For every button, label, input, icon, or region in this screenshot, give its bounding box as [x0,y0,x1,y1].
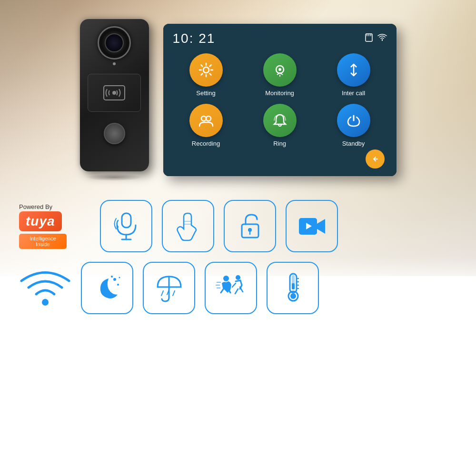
screen-time: 10: 21 [173,31,216,46]
wifi-large-icon [19,267,71,309]
standby-label: Standby [342,140,365,147]
svg-point-6 [203,67,209,73]
svg-rect-13 [122,213,131,228]
feature-temperature [267,262,319,314]
svg-point-26 [117,284,119,286]
motion-icon [214,273,248,304]
svg-point-11 [201,116,206,121]
svg-point-25 [113,278,116,281]
feature-microphone [100,200,152,252]
menu-ring[interactable]: Ring [247,104,313,147]
camera-lens-inner [105,33,124,52]
recording-button[interactable] [189,104,223,137]
svg-point-46 [290,293,296,299]
svg-marker-22 [317,219,325,234]
intercall-button[interactable] [337,53,370,87]
svg-line-31 [173,291,175,296]
svg-point-8 [278,68,281,71]
unlock-icon [237,211,263,242]
feature-wifi [19,262,71,314]
menu-recording[interactable]: Recording [173,104,239,147]
tuya-logo: tuya [19,211,62,231]
menu-intercall[interactable]: Inter call [320,53,387,97]
svg-point-35 [236,275,240,280]
svg-line-38 [235,289,238,294]
screen-status-icons [364,33,387,44]
recording-label: Recording [192,140,220,147]
features-section: Powered By tuya IntelligenceInside [0,190,476,324]
svg-line-36 [232,283,236,287]
sd-card-icon [364,33,374,44]
feature-night-vision [81,262,133,314]
svg-line-29 [161,291,163,296]
monitoring-label: Monitoring [265,89,294,97]
doorbell-camera [80,19,149,181]
microphone-icon [113,211,139,242]
screen-content: 10: 21 [163,24,397,176]
menu-monitoring[interactable]: Monitoring [247,53,313,97]
screen-footer [173,147,387,171]
svg-point-24 [42,299,49,306]
svg-rect-44 [292,283,295,289]
monitoring-button[interactable] [263,53,297,87]
feature-weatherproof [143,262,195,314]
feature-video [286,200,338,252]
feature-touch [162,200,214,252]
wifi-status-icon [377,34,387,43]
ring-label: Ring [273,140,286,147]
svg-point-28 [119,277,120,278]
setting-button[interactable] [189,53,223,87]
feature-motion [205,262,257,314]
rfid-icon [100,79,129,107]
setting-label: Setting [196,89,215,97]
thermometer-icon [282,271,304,305]
monitor-screen: 10: 21 [163,24,397,176]
standby-button[interactable] [337,104,370,137]
menu-standby[interactable]: Standby [320,104,387,147]
back-button[interactable] [366,149,385,169]
svg-point-32 [223,276,229,281]
screen-header: 10: 21 [173,31,387,46]
menu-setting[interactable]: Setting [173,53,239,97]
features-row-1: Powered By tuya IntelligenceInside [19,200,457,252]
umbrella-icon [154,273,185,304]
rfid-panel [88,74,141,112]
features-row-2 [19,262,457,314]
touch-icon [175,211,201,242]
camera-body [80,19,149,171]
svg-point-27 [111,276,113,278]
video-icon [297,213,327,239]
camera-shadow [86,174,143,181]
product-section: 10: 21 [0,0,476,190]
svg-point-1 [112,91,116,95]
doorbell-button[interactable] [104,123,125,144]
menu-grid: Setting Monitoring [173,53,387,147]
camera-lens [98,26,131,60]
intercall-label: Inter call [342,89,365,97]
camera-top [85,26,144,65]
night-icon [92,273,123,304]
ring-button[interactable] [263,104,297,137]
feature-unlock [224,200,276,252]
camera-light [113,62,116,65]
tuya-badge: Powered By tuya IntelligenceInside [19,203,90,249]
powered-by-text: Powered By [19,203,52,210]
intelligence-badge: IntelligenceInside [19,234,67,249]
svg-point-12 [206,116,211,121]
svg-point-19 [248,228,252,232]
